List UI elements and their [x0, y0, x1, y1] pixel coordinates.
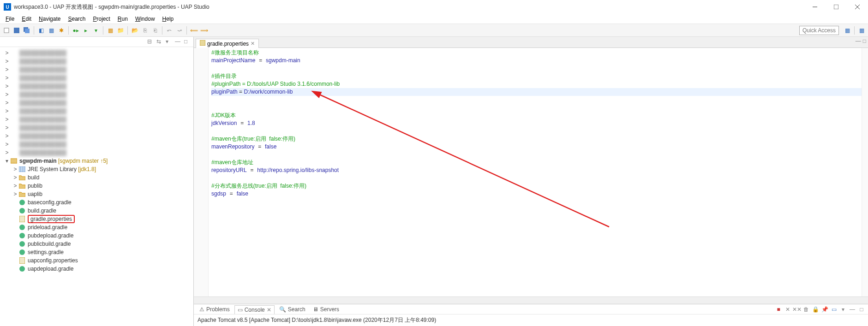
run-dropdown-icon[interactable]: ▾: [91, 26, 101, 35]
perspective-icon[interactable]: ▦: [857, 26, 866, 35]
gradle-icon: [18, 265, 26, 273]
tree-item-build-gradle[interactable]: build.gradle: [0, 207, 193, 215]
menu-item-window[interactable]: Window: [132, 15, 159, 23]
run-icon[interactable]: ●▸: [71, 26, 80, 35]
view-menu-icon[interactable]: ▾: [166, 38, 173, 46]
menu-item-search[interactable]: Search: [64, 15, 89, 23]
project-explorer: ⊟ ⇆ ▾ — □ >████████████>████████████>███…: [0, 37, 194, 326]
forward-icon[interactable]: ⟹: [199, 26, 209, 35]
save-all-icon[interactable]: [22, 26, 31, 35]
overview-ruler: [862, 48, 868, 296]
close-button[interactable]: [847, 0, 868, 14]
tree-item-publicbuild-gradle[interactable]: publicbuild.gradle: [0, 240, 193, 248]
maximize-panel-icon[interactable]: □: [858, 306, 865, 313]
back-icon[interactable]: ⟸: [189, 26, 198, 35]
maximize-editor-icon[interactable]: □: [863, 38, 866, 44]
editor-tab-gradle-properties[interactable]: gradle.properties ✕: [196, 39, 259, 48]
bottom-tab-console[interactable]: ▭Console ✕: [234, 305, 275, 314]
tree-item-pubdepload-gradle[interactable]: pubdepload.gradle: [0, 231, 193, 240]
gradle-icon: [18, 232, 26, 239]
tree-row-blurred: >████████████: [0, 57, 193, 65]
minimize-view-icon[interactable]: —: [175, 38, 182, 46]
terminate-icon[interactable]: ■: [775, 306, 782, 313]
lib-icon: [18, 166, 26, 173]
code-content[interactable]: #微服务主项目名称 mainProjectName = sgwpdm-main …: [209, 48, 862, 296]
display-selected-icon[interactable]: ▭: [830, 306, 838, 313]
tree-item-uapdepload-gradle[interactable]: uapdepload.gradle: [0, 265, 193, 273]
svg-rect-4: [4, 28, 9, 33]
menu-item-help[interactable]: Help: [159, 15, 178, 23]
toolbar-icon[interactable]: ⤻: [175, 26, 184, 35]
close-tab-icon[interactable]: ✕: [251, 41, 255, 47]
toolbar-icon[interactable]: 📁: [116, 26, 125, 35]
minimize-editor-icon[interactable]: —: [856, 38, 861, 44]
menu-item-project[interactable]: Project: [89, 15, 114, 23]
tree-row-blurred: >████████████: [0, 65, 193, 74]
debug-icon[interactable]: ▸: [81, 26, 90, 35]
toolbar-icon[interactable]: ⎘: [140, 26, 150, 35]
gradle-icon: [18, 240, 26, 248]
properties-file-icon: [200, 40, 205, 47]
tree-item-settings-gradle[interactable]: settings.gradle: [0, 248, 193, 256]
tree-row-blurred: >████████████: [0, 99, 193, 107]
menu-item-file[interactable]: File: [2, 15, 18, 23]
toolbar-icon[interactable]: ⤺: [165, 26, 174, 35]
open-console-icon[interactable]: ▾: [839, 306, 847, 313]
props-icon: [18, 257, 26, 264]
bottom-tab-search[interactable]: 🔍Search: [276, 305, 308, 314]
project-tree[interactable]: >████████████>████████████>████████████>…: [0, 47, 193, 326]
link-editor-icon[interactable]: ⇆: [156, 38, 164, 46]
tree-item-publib[interactable]: >publib: [0, 182, 193, 190]
tree-item-prideload-gradle[interactable]: prideload.gradle: [0, 223, 193, 231]
tree-row-blurred: >████████████: [0, 82, 193, 90]
menu-item-navigate[interactable]: Navigate: [35, 15, 64, 23]
svg-rect-20: [19, 257, 25, 264]
remove-all-icon[interactable]: ✕✕: [793, 306, 801, 313]
new-icon[interactable]: [2, 26, 11, 35]
svg-point-16: [19, 225, 25, 230]
problems-icon: ⚠: [199, 306, 204, 313]
tree-row-blurred: >████████████: [0, 132, 193, 140]
bottom-tab-problems[interactable]: ⚠Problems: [197, 305, 233, 314]
toolbar-icon[interactable]: ✱: [57, 26, 66, 35]
quick-access-input[interactable]: Quick Access: [799, 26, 839, 35]
app-icon: U: [4, 3, 11, 11]
explorer-toolbar: ⊟ ⇆ ▾ — □: [0, 37, 193, 47]
toolbar-icon[interactable]: ▦: [106, 26, 115, 35]
perspective-icon[interactable]: ▦: [843, 26, 852, 35]
search-icon: 🔍: [279, 306, 286, 313]
menu-item-edit[interactable]: Edit: [18, 15, 35, 23]
save-icon[interactable]: [12, 26, 21, 35]
tree-item-uaplib[interactable]: >uaplib: [0, 190, 193, 198]
toolbar-icon[interactable]: ▦: [47, 26, 56, 35]
toolbar-icon[interactable]: ⎗: [150, 26, 160, 35]
props-icon: [18, 215, 26, 223]
project-icon: [10, 157, 18, 165]
bottom-tab-servers[interactable]: 🖥Servers: [310, 305, 342, 314]
console-icon: ▭: [238, 307, 243, 313]
gradle-icon: [18, 199, 26, 206]
maximize-view-icon[interactable]: □: [184, 38, 192, 46]
tree-project-root[interactable]: ▾sgwpdm-main [sgwpdm master ↑5]: [0, 157, 193, 165]
pin-console-icon[interactable]: 📌: [821, 306, 828, 313]
minimize-panel-icon[interactable]: —: [849, 306, 856, 313]
editor-body[interactable]: #微服务主项目名称 mainProjectName = sgwpdm-main …: [194, 48, 868, 296]
scroll-lock-icon[interactable]: 🔒: [812, 306, 819, 313]
tree-item-jre-system-library[interactable]: >JRE System Library [jdk1.8]: [0, 165, 193, 173]
clear-console-icon[interactable]: 🗑: [802, 306, 810, 313]
remove-launch-icon[interactable]: ✕: [784, 306, 791, 313]
toolbar-icon[interactable]: ◧: [36, 26, 46, 35]
collapse-all-icon[interactable]: ⊟: [147, 38, 155, 46]
open-folder-icon[interactable]: 📂: [130, 26, 139, 35]
tree-row-blurred: >████████████: [0, 115, 193, 124]
minimize-button[interactable]: [804, 0, 826, 14]
menu-item-run[interactable]: Run: [114, 15, 132, 23]
tree-item-build[interactable]: >build: [0, 173, 193, 182]
tree-item-baseconfig-gradle[interactable]: baseconfig.gradle: [0, 198, 193, 207]
tree-item-gradle-properties[interactable]: gradle.properties: [0, 215, 193, 223]
editor-horizontal-scrollbar[interactable]: [194, 296, 868, 304]
editor-tab-label: gradle.properties: [207, 41, 249, 47]
maximize-button[interactable]: [826, 0, 847, 14]
tree-item-uapconfig-properties[interactable]: uapconfig.properties: [0, 256, 193, 265]
menu-bar: FileEditNavigateSearchProjectRunWindowHe…: [0, 14, 868, 24]
